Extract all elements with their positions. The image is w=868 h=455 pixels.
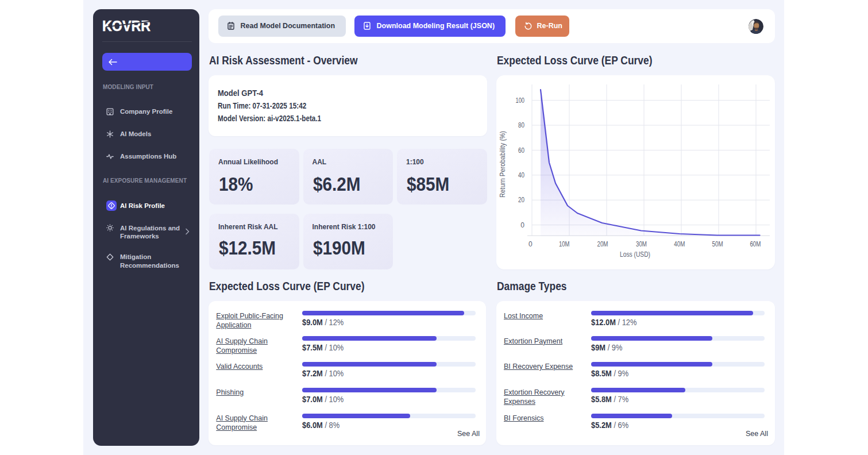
svg-text:30M: 30M xyxy=(636,240,647,248)
svg-text:Return Perobability (%): Return Perobability (%) xyxy=(499,131,507,198)
svg-text:0: 0 xyxy=(520,221,524,229)
svg-text:50M: 50M xyxy=(712,240,723,248)
svg-text:20: 20 xyxy=(518,196,524,204)
svg-text:100: 100 xyxy=(516,97,525,105)
svg-text:20M: 20M xyxy=(597,240,608,248)
svg-text:40: 40 xyxy=(518,171,524,179)
svg-text:0: 0 xyxy=(528,240,533,248)
svg-text:60M: 60M xyxy=(750,240,761,248)
svg-text:10M: 10M xyxy=(559,240,570,248)
svg-text:60: 60 xyxy=(518,146,524,155)
svg-text:40M: 40M xyxy=(674,240,685,248)
svg-text:Loss (USD): Loss (USD) xyxy=(620,250,650,259)
svg-text:80: 80 xyxy=(518,121,524,129)
